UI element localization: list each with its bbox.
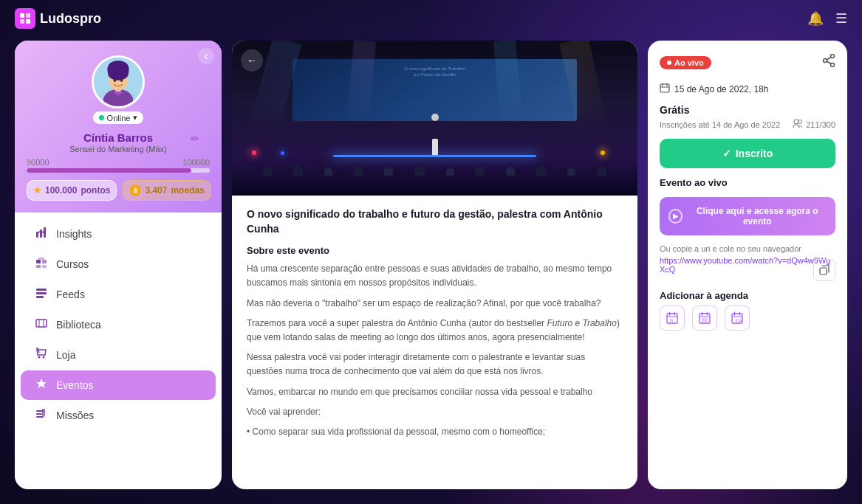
- user-name: Cíntia Barros: [27, 131, 210, 144]
- topbar: Ludospro 🔔 ☰: [0, 0, 862, 37]
- stats-row: ★ 100.000 pontos $ 3.407 moedas: [27, 180, 210, 201]
- svg-rect-3: [26, 19, 30, 24]
- svg-rect-34: [660, 84, 669, 92]
- event-date: 15 de Ago de 2022, 18h: [660, 83, 835, 95]
- copy-label: Ou copie a uri e cole no seu navegador: [660, 244, 835, 253]
- event-desc-7: • Como separar sua vida profissional da …: [247, 425, 623, 439]
- points-label: pontos: [81, 185, 110, 196]
- enroll-button[interactable]: ✓ Inscrito: [660, 139, 835, 168]
- back-button[interactable]: ←: [241, 49, 263, 72]
- event-hero-image: O novo significado do Trabalhoe o Futuro…: [232, 41, 637, 196]
- app-name: Ludospro: [40, 11, 101, 27]
- biblioteca-icon: [34, 317, 49, 332]
- agenda-section: Adicionar à agenda G: [660, 290, 835, 331]
- notification-icon[interactable]: 🔔: [807, 10, 824, 27]
- svg-rect-1: [26, 13, 30, 18]
- svg-point-24: [38, 356, 41, 359]
- points-stat: ★ 100.000 pontos: [27, 180, 117, 201]
- content-area: O novo significado do Trabalhoe o Futuro…: [232, 41, 847, 489]
- live-section-title: Evento ao vivo: [660, 177, 835, 188]
- live-badge-label: Ao vivo: [674, 58, 704, 67]
- agenda-title: Adicionar à agenda: [660, 290, 835, 301]
- event-desc-1: Há uma crescente separação entre pessoas…: [247, 262, 623, 290]
- live-badge: Ao vivo: [660, 56, 711, 69]
- feeds-icon: [34, 287, 49, 302]
- svg-rect-19: [36, 292, 47, 294]
- svg-rect-40: [820, 268, 827, 275]
- event-desc-6: Você vai aprender:: [247, 405, 623, 419]
- sidebar-item-missoes[interactable]: Missões: [21, 401, 216, 430]
- svg-rect-0: [20, 13, 24, 18]
- check-icon: ✓: [722, 148, 731, 159]
- edit-profile-icon[interactable]: ✏: [191, 133, 199, 145]
- agenda-outlook-button[interactable]: [692, 305, 717, 331]
- sidebar-header: ‹: [15, 41, 222, 213]
- missoes-label: Missões: [56, 410, 94, 421]
- online-dot: [99, 115, 104, 120]
- attendees: 211/300: [793, 119, 835, 130]
- event-body: O novo significado do trabalho e futuro …: [232, 196, 637, 457]
- svg-rect-14: [36, 260, 41, 263]
- svg-point-30: [831, 63, 835, 67]
- svg-rect-2: [20, 19, 24, 24]
- attendees-count: 211/300: [806, 120, 835, 129]
- cursos-icon: [34, 257, 49, 272]
- avatar-area: Online ▾: [27, 55, 210, 124]
- user-title: Sensei do Marketing (Máx): [27, 145, 210, 153]
- star-icon: ★: [33, 185, 41, 196]
- agenda-icons: G: [660, 305, 835, 331]
- event-desc-2: Mas não deveria o "trabalho" ser um espa…: [247, 297, 623, 311]
- sidebar: ‹: [15, 41, 222, 489]
- sidebar-item-insights[interactable]: Insights: [21, 219, 216, 249]
- copy-url-link[interactable]: https://www.youtube.com/watch?v=dQw4w9Wg…: [660, 256, 835, 274]
- live-play-label: Clique aqui e acesse agora o evento: [688, 206, 827, 227]
- progress-area: 90000 100000: [27, 158, 210, 167]
- sidebar-item-cursos[interactable]: Cursos: [21, 249, 216, 279]
- insights-label: Insights: [56, 228, 92, 240]
- svg-point-10: [120, 79, 123, 82]
- coin-icon: $: [129, 184, 141, 196]
- agenda-ical-button[interactable]: iCal: [725, 305, 750, 331]
- insights-icon: [34, 227, 49, 241]
- online-badge: Online ▾: [93, 111, 144, 124]
- top-row-right: Ao vivo: [660, 54, 835, 71]
- svg-line-32: [827, 58, 831, 61]
- coins-value: 3.407: [145, 185, 167, 196]
- online-status: Online: [107, 114, 131, 122]
- about-section-title: Sobre este evento: [247, 245, 623, 256]
- progress-bar-fill: [27, 168, 191, 173]
- copy-button[interactable]: [813, 259, 835, 281]
- logo: Ludospro: [15, 8, 101, 29]
- sidebar-item-feeds[interactable]: Feeds: [21, 280, 216, 309]
- sidebar-item-loja[interactable]: Loja: [21, 340, 216, 370]
- svg-point-9: [114, 79, 117, 82]
- main-layout: ‹: [15, 41, 847, 489]
- event-desc-3: Trazemos para você a super palestra do A…: [247, 317, 623, 345]
- sidebar-item-eventos[interactable]: Eventos: [21, 370, 216, 400]
- svg-rect-16: [36, 265, 41, 268]
- copy-section: Ou copie a uri e cole no seu navegador h…: [660, 244, 835, 281]
- free-label: Grátis: [660, 104, 835, 116]
- svg-text:iCal: iCal: [736, 318, 742, 322]
- loja-label: Loja: [56, 349, 75, 361]
- eventos-icon: [34, 378, 49, 393]
- logo-icon: [15, 8, 35, 29]
- live-play-button[interactable]: ▶ Clique aqui e acesse agora o evento: [660, 197, 835, 235]
- svg-point-25: [43, 356, 45, 359]
- sidebar-item-biblioteca[interactable]: Biblioteca: [21, 310, 216, 339]
- svg-rect-18: [36, 289, 47, 291]
- share-button[interactable]: [822, 54, 835, 71]
- inscription-deadline: Inscrições até 14 de Ago de 2022: [660, 120, 780, 129]
- coins-label: moedas: [171, 185, 204, 196]
- svg-line-33: [827, 61, 831, 64]
- progress-bar: [27, 168, 210, 173]
- svg-point-29: [831, 55, 835, 58]
- topbar-actions: 🔔 ☰: [807, 10, 847, 27]
- status-chevron[interactable]: ▾: [133, 113, 137, 122]
- menu-icon[interactable]: ☰: [835, 10, 847, 27]
- event-date-text: 15 de Ago de 2022, 18h: [674, 84, 768, 94]
- sidebar-collapse-button[interactable]: ‹: [198, 48, 214, 64]
- agenda-google-button[interactable]: G: [660, 305, 685, 331]
- free-meta: Inscrições até 14 de Ago de 2022 211/300: [660, 119, 835, 130]
- feeds-label: Feeds: [56, 289, 85, 300]
